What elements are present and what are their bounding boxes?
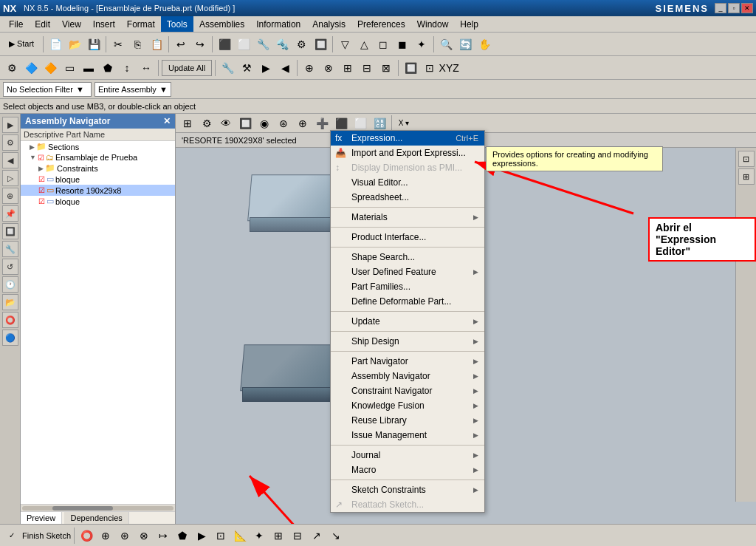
vp-tb11[interactable]: 🔠 [371, 115, 388, 132]
dd-item-knowledge-fusion[interactable]: Knowledge Fusion ▶ [331, 398, 484, 413]
dd-item-issue-management[interactable]: Issue Management ▶ [331, 428, 484, 443]
tb2[interactable]: ⬜ [235, 35, 252, 53]
dd-item-import-export[interactable]: 📥 Import and Export Expressi... [331, 146, 484, 160]
vp-tb6[interactable]: ⊛ [275, 115, 292, 132]
dd-item-macro[interactable]: Macro ▶ [331, 463, 484, 477]
window-controls[interactable]: _ ▫ ✕ [715, 3, 753, 13]
vp-tb8[interactable]: ➕ [313, 115, 331, 132]
rotate-btn[interactable]: 🔄 [456, 35, 474, 53]
sidebar-icon-6[interactable]: 📌 [2, 205, 18, 222]
r2-4[interactable]: ▭ [61, 59, 78, 77]
menu-analysis[interactable]: Analysis [306, 16, 351, 32]
nav-item-resorte[interactable]: ☑ ▭ Resorte 190x29x8 [21, 185, 175, 196]
dd-item-product-interface[interactable]: Product Interface... [331, 230, 484, 245]
menu-information[interactable]: Information [250, 16, 306, 32]
menu-edit[interactable]: Edit [29, 16, 56, 32]
bt-12[interactable]: ⊟ [289, 527, 306, 545]
bt-11[interactable]: ⊞ [269, 527, 287, 545]
tb1[interactable]: ⬛ [216, 35, 233, 53]
open-btn[interactable]: 📂 [66, 35, 83, 53]
nav-item-bloque-2[interactable]: ☑ ▭ bloque [21, 196, 175, 207]
r2-18[interactable]: 🔲 [402, 59, 419, 77]
nav-item-bloque-1[interactable]: ☑ ▭ bloque [21, 174, 175, 185]
tb4[interactable]: 🔩 [273, 35, 291, 53]
vp-right-icon-2[interactable]: ⊞ [738, 168, 755, 185]
bt-14[interactable]: ↘ [327, 527, 345, 545]
r2-11[interactable]: ▶ [257, 59, 275, 77]
vp-tb3[interactable]: 👁 [217, 115, 235, 132]
bt-13[interactable]: ↗ [308, 527, 326, 545]
tab-dependencies[interactable]: Dependencies [64, 512, 128, 524]
pan-btn[interactable]: ✋ [475, 35, 493, 53]
tb10[interactable]: ◼ [394, 35, 411, 53]
menu-assemblies[interactable]: Assemblies [193, 16, 250, 32]
vp-tb5[interactable]: ◉ [255, 115, 273, 132]
copy-btn[interactable]: ⎘ [128, 35, 146, 53]
sidebar-icon-11[interactable]: 📂 [2, 294, 18, 310]
sidebar-icon-13[interactable]: 🔵 [2, 330, 18, 346]
r2-13[interactable]: ⊕ [300, 59, 318, 77]
sidebar-icon-10[interactable]: 🕐 [2, 276, 18, 293]
r2-20[interactable]: XYZ [440, 59, 458, 77]
vp-close[interactable]: X ▾ [395, 115, 413, 132]
r2-3[interactable]: 🔶 [41, 59, 59, 77]
dd-item-ship-design[interactable]: Ship Design ▶ [331, 334, 484, 349]
dd-item-spreadsheet[interactable]: Spreadsheet... [331, 190, 484, 205]
sidebar-icon-9[interactable]: ↺ [2, 259, 18, 275]
sidebar-icon-1[interactable]: ▶ [2, 117, 18, 133]
bt-3[interactable]: ⊛ [116, 527, 134, 545]
r2-17[interactable]: ⊠ [377, 59, 395, 77]
tb7[interactable]: ▽ [336, 35, 354, 53]
finish-sketch-icon[interactable]: ✓ [3, 527, 21, 545]
sidebar-icon-4[interactable]: ▷ [2, 170, 18, 186]
r2-8[interactable]: ↔ [137, 59, 155, 77]
dd-item-constraint-navigator[interactable]: Constraint Navigator ▶ [331, 383, 484, 398]
vp-tb1[interactable]: ⊞ [179, 115, 196, 132]
paste-btn[interactable]: 📋 [148, 35, 165, 53]
vp-tb2[interactable]: ⚙ [198, 115, 216, 132]
dd-item-part-families[interactable]: Part Families... [331, 279, 484, 294]
nav-scrollbar[interactable] [21, 504, 175, 511]
close-btn[interactable]: ✕ [741, 3, 753, 13]
dd-item-shape-search[interactable]: Shape Search... [331, 250, 484, 265]
cut-btn[interactable]: ✂ [109, 35, 127, 53]
menu-view[interactable]: View [56, 16, 87, 32]
bt-8[interactable]: ⊡ [212, 527, 230, 545]
menu-help[interactable]: Help [454, 16, 484, 32]
r2-19[interactable]: ⊡ [421, 59, 439, 77]
tb9[interactable]: ◻ [374, 35, 392, 53]
nav-item-ensamblaje[interactable]: ▼ ☑ 🗂 Ensamblaje de Prueba [21, 152, 175, 163]
tb3[interactable]: 🔧 [254, 35, 272, 53]
r2-7[interactable]: ↕ [118, 59, 136, 77]
r2-12[interactable]: ◀ [276, 59, 294, 77]
r2-1[interactable]: ⚙ [3, 59, 21, 77]
zoom-btn[interactable]: 🔍 [437, 35, 455, 53]
tb5[interactable]: ⚙ [292, 35, 310, 53]
bt-1[interactable]: ⭕ [78, 527, 95, 545]
dd-item-sketch-constraints[interactable]: Sketch Constraints ▶ [331, 482, 484, 497]
vp-tb9[interactable]: ⬛ [332, 115, 350, 132]
restore-btn[interactable]: ▫ [728, 3, 740, 13]
r2-15[interactable]: ⊞ [339, 59, 357, 77]
bt-9[interactable]: 📐 [231, 527, 249, 545]
dd-item-define-deformable[interactable]: Define Deformable Part... [331, 294, 484, 309]
r2-6[interactable]: ⬟ [99, 59, 117, 77]
dd-item-journal[interactable]: Journal ▶ [331, 448, 484, 463]
finish-sketch-label[interactable]: Finish Sketch [22, 531, 71, 540]
vp-tb7[interactable]: ⊕ [294, 115, 312, 132]
save-btn[interactable]: 💾 [85, 35, 103, 53]
menu-format[interactable]: Format [121, 16, 161, 32]
r2-10[interactable]: ⚒ [238, 59, 255, 77]
sidebar-icon-8[interactable]: 🔧 [2, 241, 18, 257]
nav-item-constraints[interactable]: ▶ 📁 Constraints [21, 163, 175, 174]
nav-item-sections[interactable]: ▶ 📁 Sections [21, 141, 175, 152]
update-all-btn[interactable]: Update All [162, 60, 212, 76]
sidebar-icon-5[interactable]: ⊕ [2, 188, 18, 204]
r2-9[interactable]: 🔧 [219, 59, 236, 77]
new-btn[interactable]: 📄 [47, 35, 64, 53]
menu-window[interactable]: Window [411, 16, 455, 32]
r2-2[interactable]: 🔷 [22, 59, 40, 77]
bt-6[interactable]: ⬟ [173, 527, 191, 545]
sidebar-icon-7[interactable]: 🔲 [2, 223, 18, 239]
vp-tb4[interactable]: 🔲 [236, 115, 254, 132]
